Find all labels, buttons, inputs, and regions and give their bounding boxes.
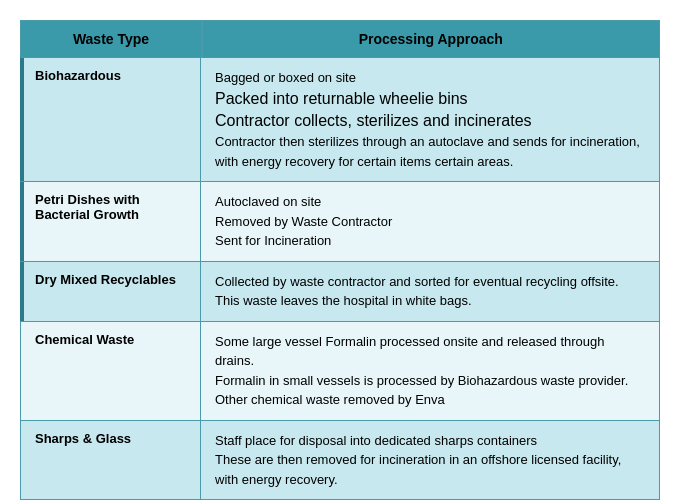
table-row-sharps-glass: Sharps & GlassStaff place for disposal i… xyxy=(21,420,659,500)
processing-cell-chemical-waste: Some large vessel Formalin processed ons… xyxy=(201,322,659,420)
table-header: Waste Type Processing Approach xyxy=(21,21,659,57)
processing-cell-biohazardous: Bagged or boxed on sitePacked into retur… xyxy=(201,58,659,181)
processing-line: Packed into returnable wheelie bins xyxy=(215,88,645,110)
processing-line: Removed by Waste Contractor xyxy=(215,212,645,232)
processing-line: Other chemical waste removed by Enva xyxy=(215,390,645,410)
processing-cell-petri-dishes: Autoclaved on siteRemoved by Waste Contr… xyxy=(201,182,659,261)
waste-processing-table: Waste Type Processing Approach Biohazard… xyxy=(20,20,660,500)
waste-type-cell-chemical-waste: Chemical Waste xyxy=(21,322,201,420)
processing-cell-sharps-glass: Staff place for disposal into dedicated … xyxy=(201,421,659,500)
waste-type-cell-petri-dishes: Petri Dishes with Bacterial Growth xyxy=(21,182,201,261)
table-row-petri-dishes: Petri Dishes with Bacterial GrowthAutocl… xyxy=(21,181,659,261)
table-row-chemical-waste: Chemical WasteSome large vessel Formalin… xyxy=(21,321,659,420)
waste-type-cell-sharps-glass: Sharps & Glass xyxy=(21,421,201,500)
processing-line: Some large vessel Formalin processed ons… xyxy=(215,332,645,371)
processing-line: Autoclaved on site xyxy=(215,192,645,212)
table-row-dry-mixed: Dry Mixed RecyclablesCollected by waste … xyxy=(21,261,659,321)
processing-line: Collected by waste contractor and sorted… xyxy=(215,272,645,311)
processing-line: Sent for Incineration xyxy=(215,231,645,251)
processing-line: Staff place for disposal into dedicated … xyxy=(215,431,645,451)
waste-type-cell-biohazardous: Biohazardous xyxy=(21,58,201,181)
waste-type-cell-dry-mixed: Dry Mixed Recyclables xyxy=(21,262,201,321)
processing-line: These are then removed for incineration … xyxy=(215,450,645,489)
processing-line: Contractor collects, sterilizes and inci… xyxy=(215,110,645,132)
processing-cell-dry-mixed: Collected by waste contractor and sorted… xyxy=(201,262,659,321)
waste-type-header: Waste Type xyxy=(21,21,201,57)
processing-line: Formalin in small vessels is processed b… xyxy=(215,371,645,391)
processing-line: Bagged or boxed on site xyxy=(215,68,645,88)
processing-line: Contractor then sterilizes through an au… xyxy=(215,132,645,171)
processing-header: Processing Approach xyxy=(203,21,660,57)
table-row-biohazardous: BiohazardousBagged or boxed on sitePacke… xyxy=(21,57,659,181)
table-body: BiohazardousBagged or boxed on sitePacke… xyxy=(21,57,659,499)
